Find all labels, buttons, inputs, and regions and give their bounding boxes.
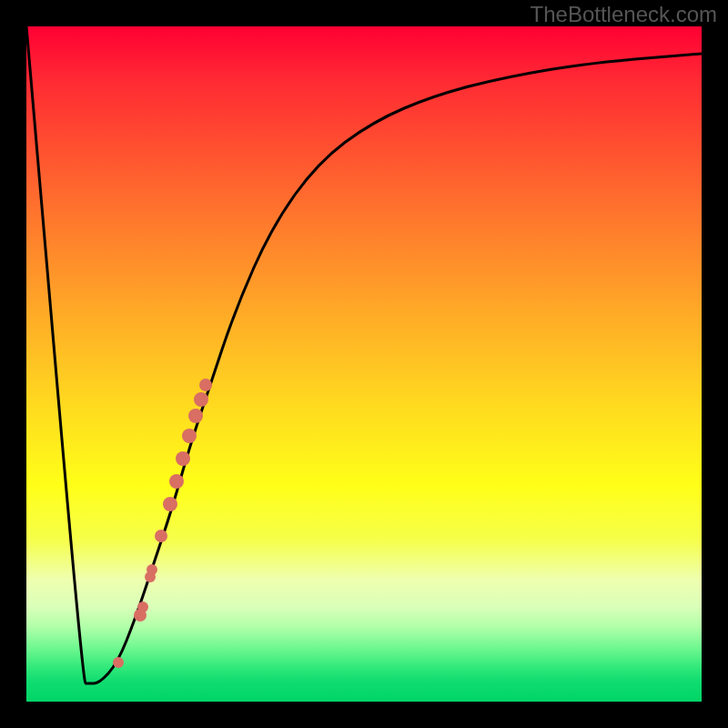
watermark-text: TheBottleneck.com (531, 2, 717, 27)
data-marker (199, 379, 212, 391)
data-marker (176, 451, 190, 466)
data-marker (163, 497, 177, 511)
data-marker (155, 530, 167, 542)
data-marker (182, 429, 197, 443)
curve-svg (26, 26, 702, 702)
plot-area (26, 26, 702, 702)
data-markers (113, 379, 212, 668)
bottleneck-curve (26, 26, 702, 683)
data-marker (137, 602, 148, 612)
data-marker (188, 409, 203, 423)
data-marker (169, 474, 184, 489)
data-marker (113, 657, 124, 668)
data-marker (147, 564, 157, 575)
curve-path (26, 26, 702, 683)
chart-container: TheBottleneck.com (0, 0, 728, 728)
data-marker (194, 392, 208, 407)
